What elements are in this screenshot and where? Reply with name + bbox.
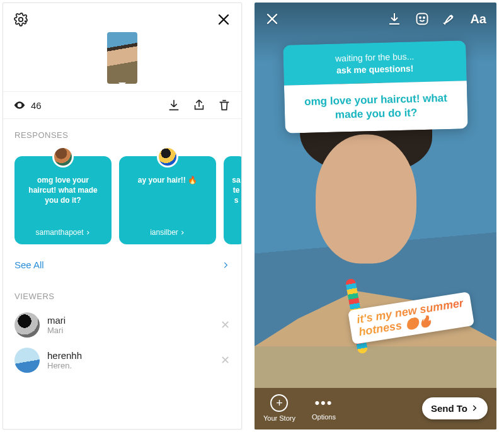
response-card[interactable]: ay your hair!! 🔥 iansilber (119, 156, 216, 244)
response-text: ay your hair!! 🔥 (128, 175, 207, 185)
response-cards[interactable]: omg love your haircut! what made you do … (3, 146, 241, 249)
svg-point-1 (18, 104, 20, 106)
story-insights-panel: 46 RESPONSES omg love your haircut! what… (3, 3, 242, 429)
svg-point-3 (420, 17, 421, 18)
viewer-displayname: Mari (47, 326, 213, 335)
viewer-username: herenhh (47, 350, 213, 361)
story-thumbnail[interactable] (107, 32, 137, 84)
avatar (14, 312, 40, 338)
responses-heading: RESPONSES (3, 119, 241, 146)
close-icon[interactable] (265, 11, 280, 26)
viewer-username: mari (47, 315, 213, 326)
svg-point-0 (19, 18, 23, 21)
viewers-heading: VIEWERS (3, 280, 241, 307)
more-icon: ••• (314, 395, 333, 411)
svg-point-4 (423, 17, 425, 18)
sticker-icon[interactable] (415, 11, 430, 26)
viewer-row[interactable]: herenhh Heren. ✕ (3, 343, 241, 378)
see-all-label: See All (14, 259, 44, 270)
remove-viewer-icon[interactable]: ✕ (220, 353, 230, 367)
close-icon[interactable] (216, 12, 231, 27)
response-text: sa te s (227, 175, 241, 206)
story-editor-panel: Aa waiting for the bus... ask me questio… (255, 3, 496, 429)
send-to-label: Send To (431, 403, 467, 414)
eye-icon (13, 99, 26, 111)
viewer-row[interactable]: mari Mari ✕ (3, 307, 241, 343)
draw-icon[interactable] (442, 11, 457, 26)
response-card[interactable]: sa te s (224, 156, 241, 244)
add-story-icon: + (270, 394, 288, 412)
send-to-button[interactable]: Send To (422, 397, 488, 419)
response-username: samanthapoet (23, 228, 103, 237)
viewer-displayname: Heren. (47, 361, 213, 370)
download-icon[interactable] (167, 98, 181, 112)
avatar (52, 146, 74, 168)
response-text: omg love your haircut! what made you do … (23, 175, 103, 206)
your-story-button[interactable]: + Your Story (263, 394, 295, 422)
view-count-value: 46 (31, 100, 42, 111)
remove-viewer-icon[interactable]: ✕ (220, 318, 230, 332)
chevron-right-icon (221, 261, 230, 270)
options-button[interactable]: ••• Options (312, 395, 336, 421)
your-story-label: Your Story (263, 414, 295, 422)
avatar (14, 348, 40, 373)
svg-rect-2 (417, 14, 428, 25)
settings-gear-icon[interactable] (13, 12, 28, 27)
see-all-row[interactable]: See All (3, 249, 241, 280)
view-count: 46 (13, 99, 42, 111)
response-card[interactable]: omg love your haircut! what made you do … (14, 156, 112, 244)
response-username: iansilber (128, 228, 207, 237)
sticker-answer: omg love your haircut! what made you do … (284, 81, 468, 134)
share-icon[interactable] (192, 98, 206, 112)
options-label: Options (312, 413, 336, 421)
question-sticker[interactable]: waiting for the bus... ask me questions!… (283, 40, 468, 134)
trash-icon[interactable] (217, 98, 231, 112)
download-icon[interactable] (387, 11, 402, 26)
text-tool-button[interactable]: Aa (470, 12, 486, 26)
avatar (157, 146, 178, 168)
